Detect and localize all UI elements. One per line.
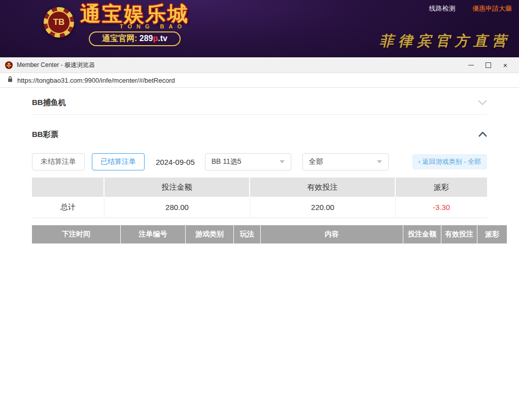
window-favicon-icon — [5, 61, 13, 69]
col-header-valid-bet: 有效投注 — [441, 225, 477, 243]
section-fishing-title: BB捕鱼机 — [32, 98, 66, 108]
summary-header-row: 投注金额 有效投注 派彩 — [32, 178, 487, 197]
minimize-icon — [468, 65, 474, 65]
minimize-button[interactable] — [462, 58, 479, 72]
summary-payout: -3.30 — [396, 197, 487, 218]
game-select[interactable]: BB 11选5 — [205, 153, 291, 170]
maximize-icon — [486, 62, 491, 68]
scope-select-value: 全部 — [309, 157, 323, 166]
lock-icon — [7, 76, 13, 85]
back-to-category-button[interactable]: ‹ 返回游戏类别 - 全部 — [412, 154, 488, 169]
section-lottery-title: BB彩票 — [32, 130, 58, 139]
bet-table-header-row: 下注时间注单编号游戏类别玩法内容投注金额有效投注派彩 — [32, 225, 507, 243]
browser-addressbar[interactable]: https://tongbao31.com:9900/infe/mcenter/… — [0, 73, 519, 88]
summary-bet-amount: 280.00 — [105, 197, 250, 218]
summary-blank-header — [32, 178, 105, 197]
col-header-order-id: 注单编号 — [121, 225, 186, 243]
member-center-content: BB捕鱼机 BB彩票 未结算注单 已结算注单 2024-09-05 BB 11选… — [0, 88, 519, 243]
bet-records-table: 下注时间注单编号游戏类别玩法内容投注金额有效投注派彩 — [32, 225, 507, 243]
line-check-link[interactable]: 线路检测 — [429, 5, 455, 12]
chevron-down-icon — [280, 160, 285, 163]
section-lottery[interactable]: BB彩票 — [32, 123, 487, 146]
col-header-payout: 派彩 — [477, 225, 507, 243]
logo-title: 通宝娱乐城 — [80, 3, 189, 24]
logo-subtitle: TONG BAO — [120, 23, 186, 29]
summary-total-row: 总计 280.00 220.00 -3.30 — [32, 197, 487, 218]
summary-col-bet-amount: 投注金额 — [105, 178, 250, 197]
maximize-button[interactable] — [479, 58, 497, 72]
col-header-bet-time: 下注时间 — [32, 225, 121, 243]
col-header-bet-amount: 投注金额 — [403, 225, 441, 243]
site-p: p — [153, 34, 158, 43]
close-button[interactable]: × — [497, 58, 514, 72]
chevron-down-icon — [377, 160, 382, 163]
chip-label: TB — [47, 11, 71, 34]
close-icon: × — [503, 61, 508, 69]
section-fishing[interactable]: BB捕鱼机 — [32, 91, 487, 115]
settled-bets-button[interactable]: 已结算注单 — [92, 153, 145, 170]
top-banner: TB 通宝娱乐城 TONG BAO 通宝官网: 289p.tv 线路检测 優惠申… — [0, 0, 519, 57]
url-text[interactable]: https://tongbao31.com:9900/infe/mcenter/… — [17, 77, 175, 84]
scope-select[interactable]: 全部 — [302, 153, 389, 170]
date-picker-value[interactable]: 2024-09-05 — [156, 158, 195, 166]
logo-text: 通宝娱乐城 TONG BAO 通宝官网: 289p.tv — [80, 3, 189, 46]
unsettled-bets-button[interactable]: 未结算注单 — [32, 153, 85, 170]
site-label: 通宝官网: — [102, 34, 137, 43]
window-controls: × — [462, 58, 514, 72]
summary-table: 投注金额 有效投注 派彩 总计 280.00 220.00 -3.30 — [32, 178, 487, 218]
window-title: Member Center - 极速浏览器 — [17, 61, 95, 69]
col-header-content: 内容 — [261, 225, 403, 243]
official-slogan: 菲律宾官方直营 — [379, 31, 511, 51]
site-tv: .tv — [158, 34, 167, 43]
col-header-play-type: 玩法 — [234, 225, 261, 243]
filter-bar: 未结算注单 已结算注单 2024-09-05 BB 11选5 全部 ‹ 返回游戏… — [32, 153, 487, 170]
official-site-pill: 通宝官网: 289p.tv — [89, 31, 181, 46]
summary-col-payout: 派彩 — [396, 178, 487, 197]
summary-col-valid-bet: 有效投注 — [250, 178, 396, 197]
brand-logo: TB 通宝娱乐城 TONG BAO 通宝官网: 289p.tv — [44, 3, 189, 46]
summary-total-label: 总计 — [32, 197, 105, 218]
game-select-value: BB 11选5 — [212, 157, 241, 166]
promo-hall-link[interactable]: 優惠申請大廳 — [472, 5, 512, 12]
summary-valid-bet: 220.00 — [250, 197, 396, 218]
screen: TB 通宝娱乐城 TONG BAO 通宝官网: 289p.tv 线路检测 優惠申… — [0, 0, 519, 420]
casino-chip-icon: TB — [44, 7, 74, 38]
chevron-up-icon[interactable] — [478, 130, 487, 139]
banner-links: 线路检测 優惠申請大廳 — [429, 4, 512, 13]
site-number: 289 — [140, 34, 153, 43]
browser-titlebar: Member Center - 极速浏览器 × — [0, 57, 519, 73]
col-header-game-type: 游戏类别 — [186, 225, 234, 243]
chevron-down-icon[interactable] — [478, 98, 487, 107]
